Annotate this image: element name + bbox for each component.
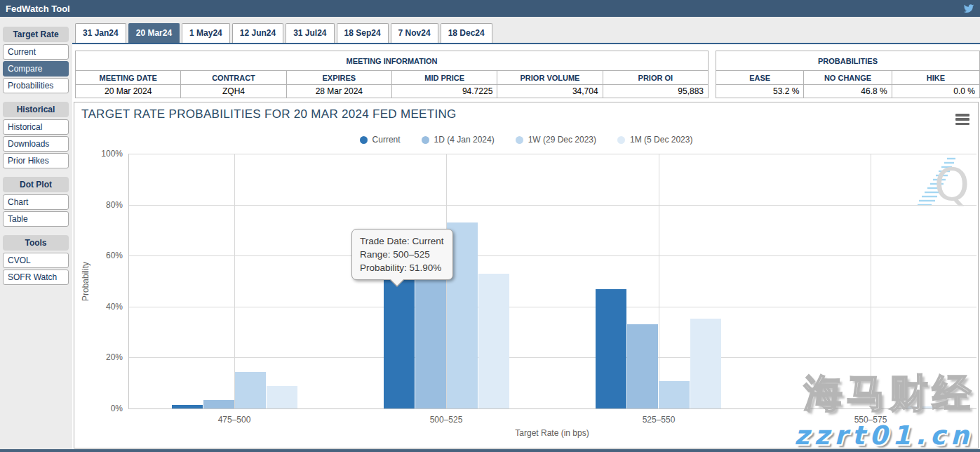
y-tick-40: 40%: [95, 302, 123, 312]
y-tick-0: 0%: [95, 404, 123, 413]
value-prior-oi: 95,883: [603, 85, 708, 98]
tab-31-jan24[interactable]: 31 Jan24: [75, 23, 126, 43]
gridline-60: [128, 255, 976, 256]
bar-1d-4-jan-2024-475-500[interactable]: [203, 400, 234, 408]
gridline-cat-525-550: [659, 154, 659, 408]
sidebar-item-historical[interactable]: Historical: [3, 119, 69, 135]
tab-1-may24[interactable]: 1 May24: [182, 23, 230, 43]
sidebar-section-historical: Historical: [3, 102, 69, 117]
bar-1w-29-dec-2023-475-500[interactable]: [235, 372, 266, 408]
gridline-80: [128, 205, 976, 206]
bar-1w-29-dec-2023-525-550[interactable]: [659, 381, 690, 408]
x-tick-525-550: 525–550: [617, 415, 701, 425]
value-ease: 53.2 %: [716, 85, 804, 98]
sidebar-item-sofr-watch[interactable]: SOFR Watch: [3, 270, 69, 285]
y-axis-line: [128, 154, 129, 408]
bar-1m-5-dec-2023-525-550[interactable]: [690, 319, 721, 408]
chart-tooltip: Trade Date: CurrentRange: 500–525Probabi…: [351, 229, 453, 280]
probabilities-value-row: 53.2 %46.8 %0.0 %: [716, 85, 980, 98]
probabilities-header-row: EASENO CHANGEHIKE: [716, 71, 980, 85]
meeting-information-table: MEETING INFORMATION MEETING DATECONTRACT…: [75, 51, 709, 98]
legend-dot-current: [360, 136, 368, 144]
sidebar-item-chart[interactable]: Chart: [3, 194, 69, 210]
legend-label-1d-4-jan-2024: 1D (4 Jan 2024): [434, 135, 495, 145]
sidebar-item-compare[interactable]: Compare: [3, 61, 69, 77]
gridline-20: [128, 357, 976, 358]
y-tick-80: 80%: [95, 200, 123, 210]
y-tick-100: 100%: [95, 149, 123, 159]
x-tick-500-525: 500–525: [404, 415, 488, 425]
tooltip-line-2: Range: 500–525: [360, 248, 445, 261]
twitter-bird-icon[interactable]: [963, 3, 974, 14]
legend-dot-1w-29-dec-2023: [516, 136, 523, 144]
chart-context-menu-icon[interactable]: [955, 114, 969, 125]
column-header-mid-price: MID PRICE: [391, 71, 497, 85]
legend-item-current[interactable]: Current: [360, 135, 401, 145]
gridline-40: [128, 307, 976, 307]
sidebar-section-tools: Tools: [3, 235, 69, 251]
bar-current-475-500[interactable]: [172, 405, 203, 408]
column-header-ease: EASE: [716, 71, 804, 85]
meeting-date-tabs: 31 Jan2420 Mar241 May2412 Jun2431 Jul241…: [75, 23, 495, 43]
chart-panel: TARGET RATE PROBABILITIES FOR 20 MAR 202…: [74, 102, 979, 448]
legend-dot-1m-5-dec-2023: [617, 136, 625, 144]
sidebar-item-table[interactable]: Table: [3, 211, 69, 227]
titlebar: FedWatch Tool: [0, 0, 980, 17]
app-title: FedWatch Tool: [6, 4, 70, 14]
sidebar-item-probabilities[interactable]: Probabilities: [3, 78, 69, 93]
column-header-expires: EXPIRES: [286, 71, 391, 85]
bar-current-525-550[interactable]: [596, 289, 626, 408]
legend-dot-1d-4-jan-2024: [422, 136, 429, 144]
legend-label-1m-5-dec-2023: 1M (5 Dec 2023): [630, 135, 692, 145]
value-meeting-date: 20 Mar 2024: [76, 85, 181, 98]
y-tick-60: 60%: [95, 251, 123, 260]
sidebar-item-downloads[interactable]: Downloads: [3, 136, 69, 152]
value-prior-volume: 34,704: [497, 85, 603, 98]
meeting-information-value-row: 20 Mar 2024ZQH428 Mar 202494.722534,7049…: [76, 85, 709, 98]
bar-1m-5-dec-2023-475-500[interactable]: [267, 386, 297, 408]
bar-1d-4-jan-2024-525-550[interactable]: [627, 324, 658, 408]
tab-20-mar24[interactable]: 20 Mar24: [128, 23, 180, 43]
value-contract: ZQH4: [181, 85, 286, 98]
bar-current-500-525[interactable]: [384, 277, 415, 408]
legend-label-1w-29-dec-2023: 1W (29 Dec 2023): [528, 135, 596, 145]
tab-7-nov24[interactable]: 7 Nov24: [391, 23, 438, 43]
legend-item-1d-4-jan-2024[interactable]: 1D (4 Jan 2024): [422, 135, 495, 145]
sidebar-item-cvol[interactable]: CVOL: [3, 253, 69, 268]
value-no-change: 46.8 %: [804, 85, 892, 98]
legend-item-1m-5-dec-2023[interactable]: 1M (5 Dec 2023): [617, 135, 692, 145]
tab-underline-rule: [72, 43, 980, 44]
chart-title: TARGET RATE PROBABILITIES FOR 20 MAR 202…: [81, 107, 457, 121]
column-header-no-change: NO CHANGE: [804, 71, 892, 85]
x-axis-title: Target Rate (in bps): [482, 428, 622, 438]
meeting-information-header-row: MEETING DATECONTRACTEXPIRESMID PRICEPRIO…: [76, 71, 709, 85]
sidebar-item-current[interactable]: Current: [3, 44, 69, 60]
meeting-information-title: MEETING INFORMATION: [76, 51, 709, 71]
legend-item-1w-29-dec-2023[interactable]: 1W (29 Dec 2023): [516, 135, 596, 145]
tooltip-line-3: Probability: 51.90%: [360, 261, 445, 274]
probabilities-title: PROBABILITIES: [716, 51, 980, 71]
tab-18-sep24[interactable]: 18 Sep24: [337, 23, 389, 43]
y-axis-title: Probability: [81, 262, 90, 301]
column-header-contract: CONTRACT: [181, 71, 286, 85]
quikstrike-q-logo-icon: Q: [912, 153, 972, 212]
tab-18-dec24[interactable]: 18 Dec24: [441, 23, 492, 43]
column-header-prior-volume: PRIOR VOLUME: [497, 71, 603, 85]
column-header-prior-oi: PRIOR OI: [603, 71, 708, 85]
x-tick-475-500: 475–500: [192, 415, 276, 425]
fedwatch-app: FedWatch Tool Target RateCurrentCompareP…: [0, 0, 980, 452]
bar-1m-5-dec-2023-500-525[interactable]: [478, 274, 509, 408]
gridline-cat-475-500: [234, 154, 235, 408]
sidebar: Target RateCurrentCompareProbabilitiesHi…: [3, 27, 69, 286]
tab-31-jul24[interactable]: 31 Jul24: [286, 23, 334, 43]
tab-12-jun24[interactable]: 12 Jun24: [232, 23, 283, 43]
value-expires: 28 Mar 2024: [286, 85, 391, 98]
column-header-hike: HIKE: [892, 71, 979, 85]
probabilities-table: PROBABILITIES EASENO CHANGEHIKE 53.2 %46…: [716, 51, 980, 98]
sidebar-item-prior-hikes[interactable]: Prior Hikes: [3, 153, 69, 168]
site-watermark-text: 海马财经: [804, 368, 975, 420]
legend-label-current: Current: [372, 135, 401, 145]
sidebar-section-dot-plot: Dot Plot: [3, 177, 69, 192]
y-tick-20: 20%: [95, 352, 123, 362]
tooltip-line-1: Trade Date: Current: [360, 234, 445, 248]
